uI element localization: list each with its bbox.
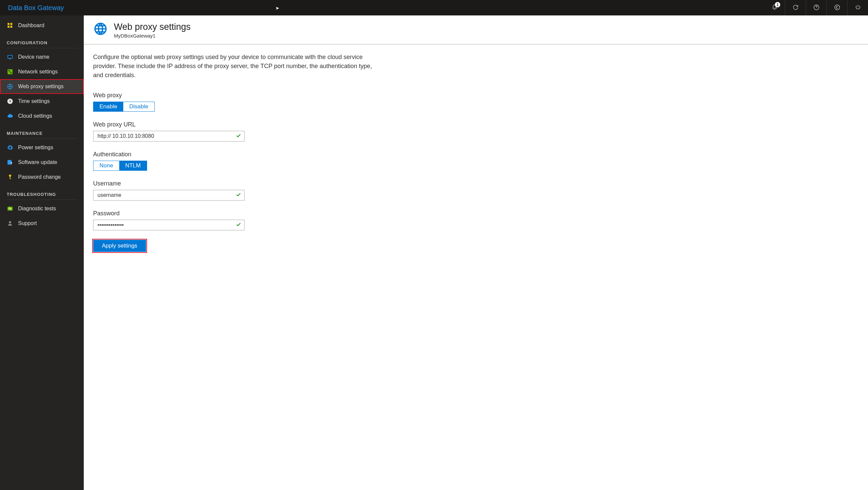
power-icon (855, 4, 861, 12)
refresh-icon (792, 4, 799, 12)
sidebar-item-label: Time settings (18, 98, 50, 104)
svg-point-20 (9, 221, 11, 223)
copyright-icon (834, 4, 840, 12)
svg-point-1 (835, 5, 839, 10)
sidebar-item-label: Web proxy settings (18, 84, 64, 90)
svg-rect-18 (10, 178, 11, 179)
sidebar-item-cloud-settings[interactable]: Cloud settings (0, 109, 84, 123)
svg-rect-15 (8, 160, 12, 164)
field-label: Username (93, 180, 382, 187)
dashboard-icon (7, 22, 13, 29)
field-authentication: Authentication None NTLM (93, 151, 382, 171)
refresh-button[interactable] (785, 0, 806, 16)
sidebar-item-label: Diagnostic tests (18, 206, 56, 212)
page-header: Web proxy settings MyDBoxGateway1 (84, 16, 868, 45)
divider (7, 48, 77, 48)
sidebar-item-diagnostic-tests[interactable]: Diagnostic tests (0, 201, 84, 216)
app-title[interactable]: Data Box Gateway (0, 4, 64, 12)
sidebar-item-label: Support (18, 220, 37, 226)
sidebar-item-time-settings[interactable]: Time settings (0, 94, 84, 109)
password-input[interactable] (93, 220, 245, 230)
authentication-toggle: None NTLM (93, 161, 147, 171)
sidebar-item-web-proxy-settings[interactable]: Web proxy settings (0, 79, 84, 94)
field-label: Web proxy (93, 92, 382, 99)
field-password: Password (93, 210, 382, 230)
monitor-icon (7, 54, 13, 60)
field-username: Username (93, 180, 382, 201)
sidebar-item-network-settings[interactable]: Network settings (0, 64, 84, 79)
field-label: Web proxy URL (93, 121, 382, 128)
divider (7, 139, 77, 139)
field-label: Password (93, 210, 382, 217)
svg-rect-5 (10, 26, 12, 28)
svg-rect-7 (8, 56, 12, 58)
notification-badge: 1 (775, 2, 780, 7)
notifications-button[interactable]: 1 (764, 0, 785, 16)
toggle-enable[interactable]: Enable (93, 102, 123, 111)
sidebar-item-device-name[interactable]: Device name (0, 50, 84, 64)
web-proxy-toggle: Enable Disable (93, 102, 155, 112)
sidebar-item-label: Software update (18, 159, 57, 165)
sidebar-item-label: Dashboard (18, 23, 44, 29)
globe-icon (7, 83, 13, 90)
toggle-none[interactable]: None (93, 161, 119, 170)
section-header-troubleshooting: TROUBLESHOOTING (0, 184, 84, 200)
sidebar-item-label: Password change (18, 174, 61, 180)
svg-rect-2 (8, 23, 10, 25)
support-icon (7, 220, 13, 227)
sidebar-item-software-update[interactable]: Software update (0, 155, 84, 170)
username-input[interactable] (93, 190, 245, 201)
sidebar-item-power-settings[interactable]: Power settings (0, 140, 84, 155)
sidebar-item-label: Cloud settings (18, 113, 52, 119)
sidebar-item-support[interactable]: Support (0, 216, 84, 231)
gear-icon (7, 144, 13, 151)
svg-rect-3 (10, 23, 12, 25)
field-web-proxy: Web proxy Enable Disable (93, 92, 382, 112)
help-button[interactable] (806, 0, 827, 16)
section-header-configuration: CONFIGURATION (0, 33, 84, 48)
svg-rect-8 (9, 59, 11, 59)
sidebar-item-dashboard[interactable]: Dashboard (0, 18, 84, 33)
power-button[interactable] (847, 0, 868, 16)
page-subtitle: MyDBoxGateway1 (114, 33, 191, 38)
section-header-maintenance: MAINTENANCE (0, 123, 84, 139)
question-icon (813, 4, 820, 12)
toggle-ntlm[interactable]: NTLM (119, 161, 147, 170)
update-icon (7, 159, 13, 166)
copyright-button[interactable] (827, 0, 847, 16)
svg-rect-4 (8, 26, 10, 28)
divider (7, 200, 77, 200)
field-url: Web proxy URL (93, 121, 382, 142)
field-label: Authentication (93, 151, 382, 158)
globe-icon (93, 22, 108, 37)
key-icon (7, 174, 13, 180)
sidebar: Dashboard CONFIGURATION Device name Netw… (0, 16, 84, 490)
apply-settings-button[interactable]: Apply settings (93, 240, 146, 252)
sidebar-item-label: Power settings (18, 145, 53, 151)
svg-rect-17 (10, 176, 10, 179)
svg-point-16 (9, 175, 11, 177)
url-input[interactable] (93, 131, 245, 142)
diagnostic-icon (7, 205, 13, 212)
main-content: Web proxy settings MyDBoxGateway1 Config… (84, 16, 868, 490)
sidebar-item-label: Network settings (18, 69, 58, 75)
clock-icon (7, 98, 13, 105)
page-description: Configure the optional web proxy setting… (93, 53, 382, 80)
toggle-disable[interactable]: Disable (123, 102, 154, 111)
sidebar-item-label: Device name (18, 54, 49, 60)
network-icon (7, 68, 13, 75)
top-bar: Data Box Gateway 1 (0, 0, 868, 16)
cloud-icon (7, 113, 13, 119)
sidebar-item-password-change[interactable]: Password change (0, 170, 84, 184)
page-title: Web proxy settings (114, 22, 191, 32)
